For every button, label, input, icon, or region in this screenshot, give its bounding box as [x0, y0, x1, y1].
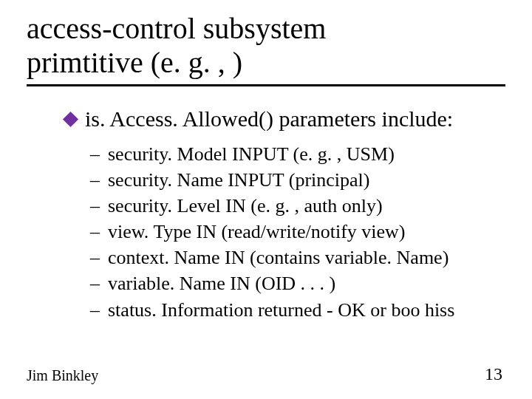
bullet-text: is. Access. Allowed() parameters include…: [85, 106, 453, 132]
title-line-2: primtitive (e. g. , ): [27, 46, 242, 79]
diamond-icon: [63, 112, 78, 127]
dash-icon: –: [90, 245, 100, 270]
sub-text: variable. Name IN (OID . . . ): [108, 270, 335, 296]
sub-item: –security. Name INPUT (principal): [90, 167, 505, 193]
title-underline: [27, 84, 505, 86]
slide-body: is. Access. Allowed() parameters include…: [27, 106, 505, 323]
sub-text: security. Level IN (e. g. , auth only): [108, 193, 383, 219]
sub-item: –view. Type IN (read/write/notify view): [90, 219, 505, 245]
sub-text: context. Name IN (contains variable. Nam…: [108, 245, 449, 270]
slide: access-control subsystem primtitive (e. …: [0, 0, 532, 399]
sub-item: –security. Model INPUT (e. g. , USM): [90, 141, 505, 167]
sub-item: –variable. Name IN (OID . . . ): [90, 270, 505, 296]
dash-icon: –: [90, 270, 100, 296]
sub-text: view. Type IN (read/write/notify view): [108, 219, 406, 245]
dash-icon: –: [90, 297, 100, 323]
sub-text: security. Model INPUT (e. g. , USM): [108, 141, 395, 167]
dash-icon: –: [90, 219, 100, 245]
sub-text: security. Name INPUT (principal): [108, 167, 370, 193]
dash-icon: –: [90, 193, 100, 219]
title-line-1: access-control subsystem: [27, 12, 326, 45]
slide-title: access-control subsystem primtitive (e. …: [27, 12, 505, 80]
sub-item: –status. Information returned - OK or bo…: [90, 297, 505, 323]
sub-item: –context. Name IN (contains variable. Na…: [90, 245, 505, 270]
bullet-item: is. Access. Allowed() parameters include…: [65, 106, 505, 132]
sub-text: status. Information returned - OK or boo…: [108, 297, 454, 323]
dash-icon: –: [90, 167, 100, 193]
footer-author: Jim Binkley: [27, 367, 98, 384]
sub-item: –security. Level IN (e. g. , auth only): [90, 193, 505, 219]
dash-icon: –: [90, 141, 100, 167]
sub-list: –security. Model INPUT (e. g. , USM) –se…: [65, 141, 505, 323]
page-number: 13: [485, 364, 502, 384]
